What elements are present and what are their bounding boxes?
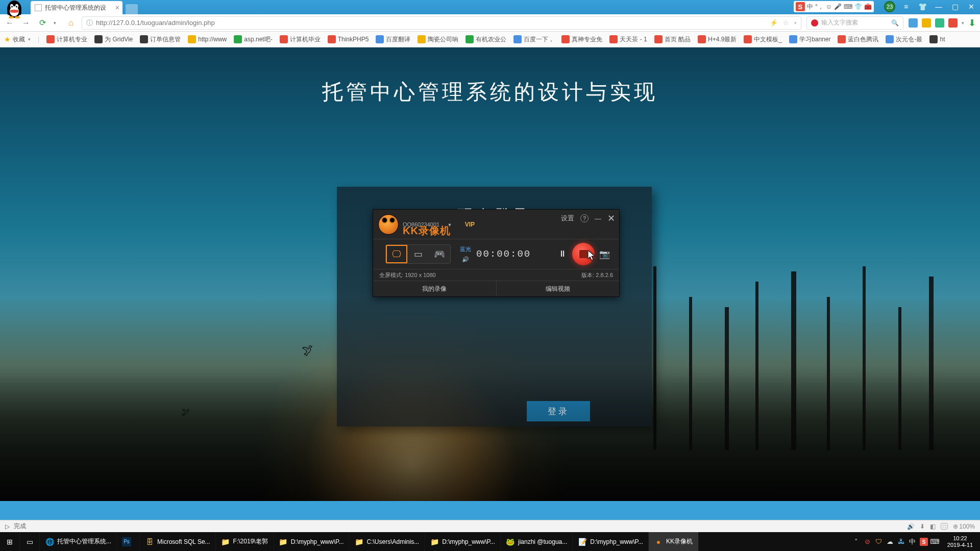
recorder-help-icon[interactable]: ?	[580, 214, 589, 222]
vip-badge: VIP	[465, 221, 475, 228]
bookmark-item[interactable]: http://www	[188, 35, 227, 43]
bookmark-item[interactable]: 真神专业免	[561, 35, 602, 44]
start-button[interactable]: ⊞	[0, 532, 20, 551]
taskbar-item[interactable]: 🗄Microsoft SQL Se...	[140, 532, 216, 551]
bookmark-icon	[698, 35, 706, 43]
favorite-star-icon[interactable]: ☆	[783, 19, 789, 27]
split-icon[interactable]: ◧	[930, 523, 936, 530]
my-recordings-tab[interactable]: 我的录像	[373, 281, 497, 296]
url-dropdown-icon[interactable]: ▾	[794, 20, 797, 26]
ext-icon-4[interactable]	[948, 18, 958, 28]
bookmark-item[interactable]: 为 GridVie	[94, 35, 133, 44]
compat-mode-icon[interactable]: ⚡	[770, 19, 778, 27]
nav-reload-icon[interactable]: ⟳	[37, 17, 48, 29]
record-stop-button[interactable]	[572, 243, 595, 265]
bookmark-item[interactable]: 百度一下，	[513, 35, 554, 44]
ext-icon-1[interactable]	[909, 18, 918, 28]
tray-shield-icon[interactable]: 🛡	[875, 538, 883, 546]
sound-icon[interactable]: 🔊	[907, 523, 915, 530]
bookmark-item[interactable]: 陶瓷公司响	[418, 35, 458, 44]
mode-fullscreen-icon[interactable]: 🖵	[386, 245, 407, 263]
ext-icon-3[interactable]	[935, 18, 944, 28]
taskbar-item[interactable]: ●KK录像机	[649, 532, 698, 551]
bookmark-item[interactable]: 中文模板_	[744, 35, 782, 44]
ime-user-icon: 👕	[854, 3, 862, 10]
bookmark-icon	[886, 35, 894, 43]
tray-ime[interactable]: 中	[909, 538, 917, 546]
taskbar-item[interactable]: 📁F:\2019\老郭	[216, 532, 274, 551]
bookmark-item[interactable]: 有机农业公	[465, 35, 506, 44]
task-view-button[interactable]: ▭	[20, 532, 40, 551]
taskbar-item[interactable]: 📁D:\myphp_www\P...	[425, 532, 501, 551]
recorder-close-icon[interactable]: ✕	[607, 213, 615, 224]
mode-region-icon[interactable]: ▭	[407, 245, 429, 263]
browser-tab[interactable]: 托管中心管理系统的设 ×	[31, 1, 122, 14]
bookmark-item[interactable]: ht	[929, 35, 945, 43]
tray-kb-icon[interactable]: ⌨	[931, 538, 939, 546]
window-maximize-icon[interactable]: ▢	[949, 1, 961, 12]
bookmark-item[interactable]: 天天茶 - 1	[609, 35, 647, 44]
edit-video-tab[interactable]: 编辑视频	[497, 281, 620, 296]
bookmark-icon	[838, 35, 846, 43]
ext-icon-2[interactable]	[922, 18, 931, 28]
ext-dropdown-icon[interactable]: ▾	[962, 20, 964, 26]
pause-button-icon[interactable]: ⏸	[553, 244, 572, 264]
download-icon[interactable]: ⬇	[968, 17, 976, 29]
taskbar-clock[interactable]: 10:22 2019-4-11	[943, 535, 977, 548]
bookmark-item[interactable]: 订单信息管	[140, 35, 181, 44]
tray-net-icon[interactable]: 🖧	[897, 538, 905, 546]
window-minimize-icon[interactable]: —	[933, 1, 944, 12]
taskbar-item[interactable]: Ps	[117, 532, 140, 551]
url-text: http://127.0.0.1/tuoguan/admin/login.php	[96, 19, 215, 27]
recorder-quality[interactable]: 蓝光	[460, 245, 471, 253]
bookmark-item[interactable]: 百度翻译	[376, 35, 410, 44]
bookmark-item[interactable]: 蓝白色腾讯	[838, 35, 878, 44]
qq-penguin-icon[interactable]	[3, 0, 26, 19]
taskbar-item[interactable]: 🌐托管中心管理系统...	[40, 532, 117, 551]
recorder-settings-link[interactable]: 设置	[561, 214, 574, 223]
status-100-icon[interactable]: □	[941, 523, 948, 530]
speaker-icon[interactable]: 🔊	[462, 256, 469, 263]
tray-sogou-icon[interactable]: S	[920, 538, 928, 546]
mode-game-icon[interactable]: 🎮	[429, 245, 450, 263]
zoom-control[interactable]: ⊕100%	[953, 523, 975, 530]
recorder-minimize-icon[interactable]: —	[595, 215, 601, 222]
login-button[interactable]: 登录	[527, 401, 590, 421]
bookmark-item[interactable]: 计算机专业	[46, 35, 87, 44]
bookmark-item[interactable]: 计算机毕业	[280, 35, 321, 44]
skin-icon[interactable]: 👕	[917, 1, 928, 12]
taskbar-item[interactable]: 📁D:\myphp_www\P...	[274, 532, 350, 551]
tray-block-icon[interactable]: ⊘	[864, 538, 872, 546]
bookmark-item[interactable]: H+4.9最新	[698, 35, 737, 44]
bookmark-item[interactable]: 次元仓-最	[886, 35, 922, 44]
download-mgr-icon[interactable]: ⬇	[920, 523, 925, 530]
clock-time: 10:22	[947, 535, 973, 542]
tab-close-icon[interactable]: ×	[115, 4, 119, 12]
recorder-titlebar[interactable]: QQ860234001 ▼ VIP KK录像机 设置 ? — ✕	[373, 210, 619, 239]
bookmark-fav[interactable]: ★收藏▾	[4, 35, 31, 44]
menu-icon[interactable]: ≡	[900, 1, 912, 12]
taskbar-item[interactable]: 📝D:\myphp_www\P...	[573, 532, 649, 551]
kk-recorder-window[interactable]: QQ860234001 ▼ VIP KK录像机 设置 ? — ✕ 🖵 ▭ 🎮 蓝…	[373, 209, 620, 297]
tray-cloud-icon[interactable]: ☁	[886, 538, 894, 546]
taskbar-item[interactable]: 📁C:\Users\Adminis...	[349, 532, 425, 551]
window-close-icon[interactable]: ✕	[966, 1, 977, 12]
bookmark-item[interactable]: ThinkPHP5	[328, 35, 369, 43]
bookmark-item[interactable]: asp.net吧-	[234, 35, 272, 44]
bookmark-item[interactable]: 学习banner	[789, 35, 830, 44]
bookmark-icon	[140, 35, 148, 43]
nav-reload-dropdown-icon[interactable]: ▾	[49, 17, 60, 29]
ime-toolbar[interactable]: S 中 °， ☺ 🎤 ⌨ 👕 🧰	[794, 1, 874, 12]
screenshot-button-icon[interactable]: 📷	[595, 244, 614, 264]
browser-search-input[interactable]: 输入文字搜索 🔍	[806, 16, 903, 30]
bookmark-item[interactable]: 首页 酷品	[654, 35, 691, 44]
taskbar-item[interactable]: 🐸jianzhi @tuogua...	[501, 532, 573, 551]
notification-badge[interactable]: 23	[884, 1, 895, 12]
nav-home-icon[interactable]: ⌂	[65, 17, 77, 29]
url-input[interactable]: ⓘ http://127.0.0.1/tuoguan/admin/login.p…	[82, 16, 801, 30]
new-tab-button[interactable]	[126, 4, 138, 14]
search-submit-icon[interactable]: 🔍	[891, 19, 899, 27]
svg-point-7	[15, 16, 20, 19]
tray-up-icon[interactable]: ˄	[852, 538, 861, 546]
status-play-icon[interactable]: ▷	[5, 523, 10, 530]
